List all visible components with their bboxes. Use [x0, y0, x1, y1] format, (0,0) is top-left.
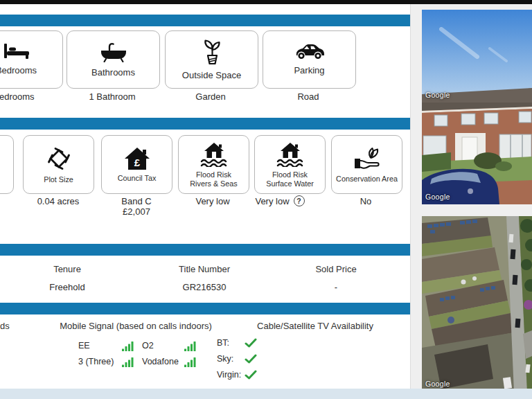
pound-symbol: £	[134, 157, 140, 168]
check-icon	[245, 354, 257, 364]
card-clipped-left	[0, 135, 14, 194]
tv-availability-title: Cable/Satellite TV Availability	[218, 321, 410, 331]
card-flood-risk-rivers: Flood Risk Rivers & Seas	[178, 135, 249, 194]
card-label: Conservation Area	[336, 175, 398, 184]
street-view-photo[interactable]: Google	[422, 103, 532, 204]
google-watermark: Google	[425, 91, 450, 99]
tv-row-sky: Sky:	[217, 354, 257, 364]
clipped-header-fragment: ds	[0, 321, 10, 331]
signal-strength-icon	[184, 357, 196, 367]
card-plot-size: Plot Size	[23, 135, 94, 194]
sky-image	[422, 10, 532, 103]
tv-provider-virgin: Virgin:	[217, 370, 241, 380]
check-icon	[245, 370, 257, 380]
sold-price-value: -	[267, 282, 405, 292]
section-header-bar-3	[0, 244, 410, 256]
card-label: Outside Space	[182, 70, 241, 81]
card-label: Bedrooms	[0, 65, 37, 76]
card-label: Plot Size	[44, 175, 73, 184]
flood-icon	[276, 141, 305, 167]
section-header-bar-1	[0, 15, 410, 26]
property-report-screen: Bedrooms Bathrooms	[0, 0, 532, 399]
signal-strength-icon	[122, 342, 134, 351]
bottom-strip	[0, 389, 532, 399]
tv-provider-sky: Sky:	[217, 354, 233, 364]
report-panel: Bedrooms Bathrooms	[0, 4, 410, 389]
card-label: Council Tax	[118, 174, 157, 183]
tv-provider-bt: BT:	[217, 338, 229, 348]
bathtub-icon	[100, 42, 127, 62]
tv-row-bt: BT:	[217, 338, 257, 348]
card-parking: Parking	[263, 30, 356, 89]
mobile-signal-title: Mobile Signal (based on calls indoors)	[39, 321, 233, 331]
provider-ee: EE	[78, 341, 90, 351]
section-header-bar-2	[0, 118, 410, 130]
detail-value-conservation: No	[296, 197, 410, 207]
section-header-bar-4	[0, 303, 410, 314]
summary-value-parking: Road	[239, 92, 378, 103]
tenure-value: Freehold	[0, 282, 136, 292]
plant-icon	[200, 39, 224, 65]
sold-price-header: Sold Price	[267, 264, 405, 274]
conservation-icon	[352, 146, 382, 171]
flood-icon	[200, 141, 229, 167]
satellite-photo[interactable]: Google	[422, 216, 532, 391]
provider-o2: O2	[142, 341, 154, 351]
card-bathrooms: Bathrooms	[66, 30, 160, 89]
street-view-photo-sky[interactable]: Google	[422, 10, 532, 103]
check-icon	[245, 338, 257, 348]
council-tax-icon: £	[123, 146, 151, 170]
car-icon	[294, 43, 326, 60]
provider-three: 3 (Three)	[78, 357, 114, 366]
card-label: Bathrooms	[91, 67, 135, 78]
flood-surface-value-text: Very low	[255, 196, 289, 206]
bed-icon	[3, 43, 30, 60]
title-number-value: GR216530	[135, 282, 274, 292]
card-flood-risk-surface: Flood Risk Surface Water	[254, 135, 326, 194]
title-number-header: Title Number	[135, 264, 274, 274]
satellite-image	[422, 216, 532, 391]
google-watermark: Google	[425, 380, 450, 388]
card-label: Flood Risk Rivers & Seas	[190, 170, 237, 188]
card-label: Parking	[294, 65, 324, 76]
google-watermark: Google	[425, 193, 450, 201]
tv-row-virgin: Virgin:	[217, 370, 257, 380]
card-outside-space: Outside Space	[165, 30, 258, 89]
street-view-image	[422, 103, 532, 204]
signal-strength-icon	[184, 342, 196, 351]
provider-vodafone: Vodafone	[142, 357, 179, 366]
signal-strength-icon	[122, 357, 134, 367]
card-council-tax: £ Council Tax	[101, 135, 172, 194]
card-label: Flood Risk Surface Water	[266, 170, 314, 188]
plot-size-icon	[46, 145, 72, 172]
card-bedrooms: Bedrooms	[0, 30, 63, 89]
card-conservation-area: Conservation Area	[331, 135, 402, 194]
tenure-header: Tenure	[0, 264, 136, 274]
